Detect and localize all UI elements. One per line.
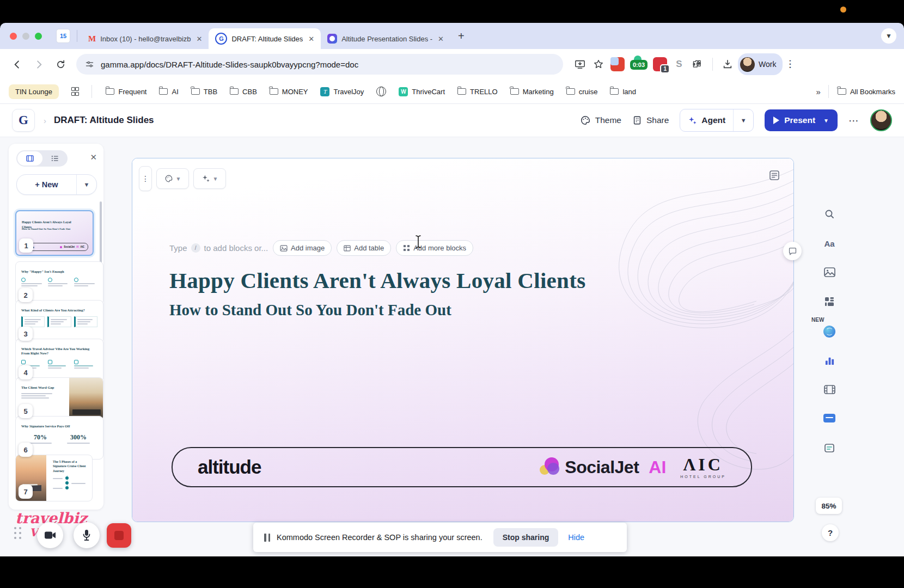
zoom-level-badge[interactable]: 85% [816,498,842,514]
new-slide-dropdown-chevron[interactable]: ▼ [76,175,96,194]
tab-title: Altitude Presentation Slides - [341,35,432,43]
chart-tool-icon[interactable] [821,352,838,369]
list-view-toggle[interactable] [42,155,68,162]
bookmark-folder-marketing[interactable]: Marketing [510,88,554,96]
close-window-button[interactable] [10,33,17,40]
agent-button[interactable]: Agent [680,115,733,125]
theme-button[interactable]: Theme [580,115,621,126]
extensions-puzzle-icon[interactable] [689,56,706,72]
browser-menu-icon[interactable]: ⋯ [784,59,797,70]
hide-link[interactable]: Hide [568,533,584,542]
new-tab-button[interactable]: + [458,30,465,42]
maximize-window-button[interactable] [35,33,42,40]
more-options-icon[interactable]: ⋯ [848,114,859,127]
bookmark-globe[interactable] [376,87,386,96]
document-title[interactable]: DRAFT: Altitude Slides [54,115,154,126]
bookmark-folder-ai[interactable]: AI [159,88,178,96]
address-bar[interactable]: gamma.app/docs/DRAFT-Altitude-Slides-sau… [76,54,563,75]
bookmarks-overflow-chevron[interactable]: » [816,87,820,96]
install-app-icon[interactable] [572,56,588,72]
add-image-button[interactable]: Add image [273,240,332,256]
camera-toggle-button[interactable] [37,522,63,548]
slide-thumbnail-6[interactable]: Why Signature Service Pays Off 70% 300% … [15,416,103,460]
slide-title[interactable]: Happy Clients Aren't Always Loyal Client… [169,267,585,293]
close-tab-icon[interactable]: ✕ [437,35,445,43]
all-bookmarks[interactable]: All Bookmarks [838,88,895,96]
back-button[interactable] [8,55,26,74]
text-tool-icon[interactable]: Aa [821,235,838,252]
stop-sharing-button[interactable]: Stop sharing [493,528,559,547]
image-tool-icon[interactable] [821,264,838,280]
drag-handle-button[interactable]: ⋮ [139,166,152,191]
bookmark-traveljoy[interactable]: TTravelJoy [320,87,364,96]
ai-edit-button[interactable]: ▼ [193,168,226,189]
close-panel-icon[interactable]: ✕ [90,152,97,162]
web-embed-tool-icon[interactable] [821,323,838,340]
profile-chip[interactable]: Work [738,53,783,75]
slide-thumbnail-5[interactable]: The Client Word Gap 5 [15,377,103,421]
slide-thumbnail-7[interactable]: The 5 Phases of a Signature Cruise Clien… [15,455,93,501]
bookmark-star-icon[interactable] [590,56,607,72]
present-button[interactable]: Present ▼ [765,109,838,131]
bookmark-thrivecart[interactable]: WThriveCart [399,87,445,96]
recorder-drag-handle[interactable] [14,527,21,539]
bookmark-folder-frequent[interactable]: Frequent [106,88,146,96]
form-tool-icon[interactable] [821,440,838,456]
minimize-window-button[interactable] [22,33,29,40]
slide-canvas[interactable]: ⋮ ▼ ▼ Type / to add blocks or... [132,158,794,522]
url-text[interactable]: gamma.app/docs/DRAFT-Altitude-Slides-sau… [101,60,358,69]
reload-button[interactable] [51,55,70,74]
type-placeholder[interactable]: Type / to add blocks or... [169,243,268,253]
bookmark-folder-land[interactable]: land [610,88,636,96]
help-button[interactable]: ? [822,524,839,541]
slide-thumbnail-4[interactable]: Which Travel Advisor Vibe Are You Workin… [15,339,103,382]
bookmark-folder-trello[interactable]: TRELLO [457,88,498,96]
surfshark-extension-icon[interactable]: S [671,56,687,72]
grid-view-toggle[interactable] [17,151,42,166]
tab-altitude-presentation[interactable]: Altitude Presentation Slides - ✕ [321,28,450,49]
gamma-logo[interactable]: G [12,109,35,132]
bookmark-folder-money[interactable]: MONEY [270,88,308,96]
slide-thumbnail-1[interactable]: Happy Clients Aren't Always Loyal Client… [15,210,94,256]
slide-subtitle[interactable]: How to Stand Out So You Don't Fade Out [169,301,451,319]
site-settings-icon[interactable] [85,60,94,69]
agent-split-button[interactable]: Agent ▼ [680,109,754,132]
slide-thumbnail-3[interactable]: What Kind of Clients Are You Attracting?… [15,300,103,344]
extension-red-icon[interactable] [610,57,625,71]
window-controls[interactable] [10,33,42,40]
present-dropdown-chevron[interactable]: ▼ [823,118,829,124]
tab-gamma-draft[interactable]: G DRAFT: Altitude Slides ✕ [209,28,321,49]
blocks-tool-icon[interactable] [821,293,838,310]
pinned-tab-calendar[interactable]: 15 [56,29,70,43]
add-table-button[interactable]: Add table [337,240,391,256]
tab-search-chevron-button[interactable]: ▼ [881,28,896,44]
card-options-icon[interactable] [768,169,780,183]
bookmark-folder-cbb[interactable]: CBB [230,88,257,96]
panel-view-toggle[interactable] [16,150,68,167]
bookmark-folder-cruise[interactable]: cruise [566,88,598,96]
microphone-toggle-button[interactable] [74,522,100,548]
add-more-blocks-button[interactable]: Add more blocks [396,240,473,256]
close-tab-icon[interactable]: ✕ [307,35,315,43]
apps-grid-icon[interactable] [71,87,78,96]
agent-dropdown-chevron[interactable]: ▼ [733,109,753,131]
new-slide-split-button[interactable]: + New ▼ [16,174,97,195]
tab-gmail[interactable]: M Inbox (10) - hello@travelbizb ✕ [82,28,209,49]
theme-color-button[interactable]: ▼ [156,168,189,189]
extension-notification-icon[interactable]: 1 [653,57,667,71]
comment-bubble-button[interactable] [783,242,802,260]
new-slide-button[interactable]: + New [17,180,76,189]
user-avatar[interactable] [870,109,892,131]
bookmark-tin-lounge[interactable]: TIN Lounge [9,84,59,99]
bookmark-folder-tbb[interactable]: TBB [191,88,217,96]
video-tool-icon[interactable] [821,381,838,397]
forward-button[interactable] [29,55,48,74]
stop-recording-button[interactable] [107,523,131,548]
downloads-icon[interactable] [719,56,736,72]
search-tool-icon[interactable] [821,206,838,222]
screen-recorder-timer-badge[interactable]: 0:03 [630,59,648,69]
close-tab-icon[interactable]: ✕ [196,35,204,43]
slide-thumbnail-2[interactable]: Why "Happy" Isn't Enough 2 [15,261,103,305]
share-button[interactable]: Share [632,115,669,125]
card-tool-icon[interactable] [821,410,838,426]
